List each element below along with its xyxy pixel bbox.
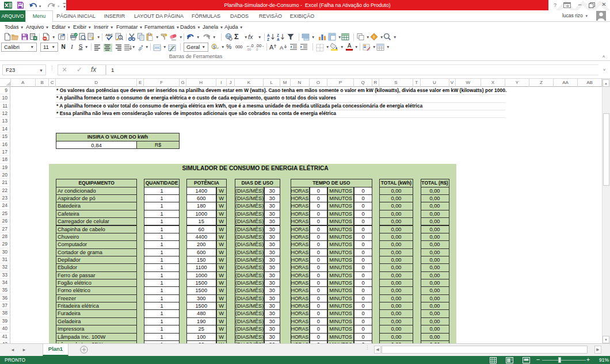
svg-text:$: $ (213, 44, 216, 49)
svg-text:Z: Z (267, 37, 269, 41)
svg-text:A: A (277, 37, 280, 41)
svg-text:ab: ab (137, 46, 143, 52)
svg-text:A: A (269, 44, 274, 51)
svg-text:Z: Z (277, 33, 279, 37)
svg-text:.00: .00 (246, 48, 251, 51)
svg-text:A: A (280, 44, 284, 51)
svg-text:A: A (267, 33, 270, 37)
svg-text:!: ! (373, 35, 375, 40)
